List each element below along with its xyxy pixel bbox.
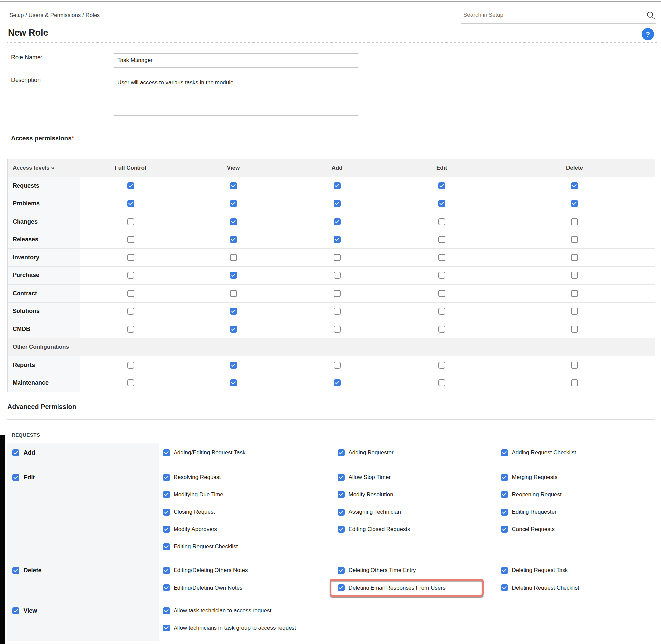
checkbox-purchase-delete[interactable] xyxy=(571,272,578,279)
checkbox-releases-edit[interactable] xyxy=(438,236,445,243)
checkbox-cancel-requests[interactable] xyxy=(501,526,508,533)
checkbox-editing-request-checklist[interactable] xyxy=(163,543,170,550)
checkbox-cmdb-full-control[interactable] xyxy=(127,326,134,332)
checkbox-changes-view[interactable] xyxy=(230,218,237,225)
checkbox-maintenance-delete[interactable] xyxy=(571,380,578,386)
checkbox-purchase-view[interactable] xyxy=(230,272,237,279)
role-name-field[interactable] xyxy=(113,53,359,68)
checkbox-editing-deleting-own-notes[interactable] xyxy=(163,584,170,591)
checkbox-allow-task-technician-to-access-request[interactable] xyxy=(163,607,170,614)
checkbox-requests-full-control[interactable] xyxy=(127,182,134,189)
checkbox-solutions-delete[interactable] xyxy=(571,308,578,315)
checkbox-problems-add[interactable] xyxy=(334,200,341,207)
section-checkbox-add[interactable] xyxy=(12,450,19,456)
checkbox-adding-requester[interactable] xyxy=(338,450,345,456)
checkbox-purchase-add[interactable] xyxy=(334,272,341,279)
checkbox-maintenance-edit[interactable] xyxy=(438,380,445,386)
checkbox-cmdb-view[interactable] xyxy=(230,326,237,332)
checkbox-deleting-request-task[interactable] xyxy=(501,567,508,574)
checkbox-releases-add[interactable] xyxy=(334,236,341,243)
checkbox-modifying-due-time[interactable] xyxy=(163,491,170,498)
checkbox-deleting-email-responses-from-users[interactable] xyxy=(338,584,345,591)
checkbox-merging-requests[interactable] xyxy=(501,474,508,481)
checkbox-requests-delete[interactable] xyxy=(571,182,578,189)
breadcrumb[interactable]: Setup / Users & Permissions / Roles xyxy=(9,12,100,19)
checkbox-requests-edit[interactable] xyxy=(438,182,445,189)
checkbox-releases-delete[interactable] xyxy=(571,236,578,243)
checkbox-inventory-edit[interactable] xyxy=(438,254,445,261)
checkbox-solutions-add[interactable] xyxy=(334,308,341,315)
checkbox-solutions-edit[interactable] xyxy=(438,308,445,315)
checkbox-maintenance-view[interactable] xyxy=(230,380,237,386)
permission-label: Deleting Email Responses From Users xyxy=(349,584,445,591)
checkbox-allow-technicians-in-task-group-to-access-request[interactable] xyxy=(163,624,170,631)
help-icon[interactable]: ? xyxy=(642,28,654,40)
checkbox-releases-view[interactable] xyxy=(230,236,237,243)
checkbox-solutions-view[interactable] xyxy=(230,308,237,315)
checkbox-contract-view[interactable] xyxy=(230,290,237,297)
checkbox-allow-stop-timer[interactable] xyxy=(338,474,345,481)
checkbox-modify-resolution[interactable] xyxy=(338,491,345,498)
checkbox-changes-edit[interactable] xyxy=(438,218,445,225)
description-field[interactable]: User will access to various tasks in the… xyxy=(113,76,359,116)
checkbox-editing-closed-requests[interactable] xyxy=(338,526,345,533)
checkbox-contract-edit[interactable] xyxy=(438,290,445,297)
checkbox-solutions-full-control[interactable] xyxy=(127,308,134,315)
checkbox-modify-approvers[interactable] xyxy=(163,526,170,533)
access-levels-header[interactable]: Access levels » xyxy=(7,165,80,171)
cell-changes-view xyxy=(181,213,285,231)
checkbox-inventory-add[interactable] xyxy=(334,254,341,261)
checkbox-inventory-delete[interactable] xyxy=(571,254,578,261)
checkbox-inventory-view[interactable] xyxy=(230,254,237,261)
checkbox-deleting-request-checklist[interactable] xyxy=(501,584,508,591)
checkbox-problems-delete[interactable] xyxy=(571,200,578,207)
cell-releases-view xyxy=(181,231,285,248)
table-row-cmdb: CMDB xyxy=(7,320,655,338)
permission-deleting-others-time-entry: Deleting Others Time Entry xyxy=(338,566,416,575)
section-checkbox-view[interactable] xyxy=(12,607,19,614)
checkbox-resolving-request[interactable] xyxy=(163,474,170,481)
checkbox-contract-full-control[interactable] xyxy=(127,290,134,297)
cell-solutions-add xyxy=(285,302,389,320)
checkbox-deleting-others-time-entry[interactable] xyxy=(338,567,345,574)
checkbox-closing-request[interactable] xyxy=(163,509,170,515)
checkbox-reports-add[interactable] xyxy=(334,362,341,369)
checkbox-changes-delete[interactable] xyxy=(571,218,578,225)
checkbox-cmdb-edit[interactable] xyxy=(438,326,445,332)
checkbox-assigning-technician[interactable] xyxy=(338,509,345,515)
checkbox-maintenance-add[interactable] xyxy=(334,380,341,386)
checkbox-requests-add[interactable] xyxy=(334,182,341,189)
checkbox-inventory-full-control[interactable] xyxy=(127,254,134,261)
section-divider xyxy=(7,419,655,420)
checkbox-adding-request-checklist[interactable] xyxy=(501,450,508,456)
checkbox-changes-full-control[interactable] xyxy=(127,218,134,225)
checkbox-editing-deleting-others-notes[interactable] xyxy=(163,567,170,574)
section-rows: Adding/Editing Request TaskAdding Reques… xyxy=(163,448,656,465)
checkbox-changes-add[interactable] xyxy=(334,218,341,225)
checkbox-cmdb-delete[interactable] xyxy=(571,326,578,332)
checkbox-reports-full-control[interactable] xyxy=(127,362,134,369)
search-icon[interactable] xyxy=(646,10,655,20)
checkbox-reports-delete[interactable] xyxy=(571,362,578,369)
checkbox-reports-edit[interactable] xyxy=(438,362,445,369)
checkbox-problems-full-control[interactable] xyxy=(127,200,134,207)
checkbox-cmdb-add[interactable] xyxy=(334,326,341,332)
section-checkbox-edit[interactable] xyxy=(12,474,19,481)
checkbox-purchase-full-control[interactable] xyxy=(127,272,134,279)
search-input[interactable] xyxy=(463,11,639,19)
section-checkbox-delete[interactable] xyxy=(12,567,19,574)
checkbox-requests-view[interactable] xyxy=(230,182,237,189)
checkbox-reports-view[interactable] xyxy=(230,362,237,369)
checkbox-maintenance-full-control[interactable] xyxy=(127,380,134,386)
checkbox-purchase-edit[interactable] xyxy=(438,272,445,279)
checkbox-contract-delete[interactable] xyxy=(571,290,578,297)
checkbox-problems-edit[interactable] xyxy=(438,200,445,207)
checkbox-releases-full-control[interactable] xyxy=(127,236,134,243)
checkbox-adding-editing-request-task[interactable] xyxy=(163,450,170,456)
permission-row: Adding/Editing Request TaskAdding Reques… xyxy=(163,448,656,458)
checkbox-contract-add[interactable] xyxy=(334,290,341,297)
checkbox-editing-requester[interactable] xyxy=(501,509,508,515)
checkbox-reopening-request[interactable] xyxy=(501,491,508,498)
checkbox-problems-view[interactable] xyxy=(230,200,237,207)
table-row-releases: Releases xyxy=(7,231,655,249)
